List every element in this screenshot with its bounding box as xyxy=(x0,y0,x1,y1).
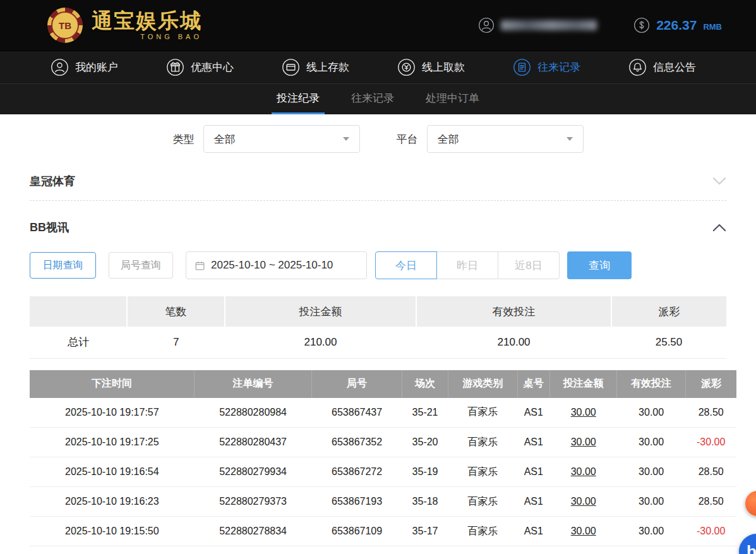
bet-amount-link[interactable]: 30.00 xyxy=(550,457,617,487)
bet-time: 2025-10-10 19:16:23 xyxy=(30,487,195,517)
query-controls: 日期查询 局号查询 2025-10-10 ~ 2025-10-10 今日 昨日 … xyxy=(30,251,726,279)
session: 35-20 xyxy=(402,428,448,457)
nav-item-announcements[interactable]: 信息公告 xyxy=(628,58,696,76)
valid-bet: 30.00 xyxy=(617,428,686,457)
account-user[interactable] xyxy=(478,17,597,33)
bet-amount-link[interactable]: 30.00 xyxy=(550,398,617,428)
section-title-crown-sports: 皇冠体育 xyxy=(30,174,75,189)
table-no: AS1 xyxy=(517,517,549,546)
platform-filter-label: 平台 xyxy=(397,132,418,147)
table-no: AS1 xyxy=(517,428,549,457)
user-icon xyxy=(51,58,69,76)
chevron-up-icon[interactable] xyxy=(712,224,726,232)
nav-item-label: 我的账户 xyxy=(75,60,118,75)
table-row: 2025-10-10 19:16:23 522880279373 6538671… xyxy=(30,487,736,517)
filter-platform-group: 平台 全部 xyxy=(397,125,584,153)
valid-bet: 30.00 xyxy=(617,457,686,487)
summary-payout-value: 25.50 xyxy=(611,327,726,358)
tab-transaction-records[interactable]: 往来记录 xyxy=(350,84,395,114)
nav-item-records[interactable]: 往来记录 xyxy=(513,58,580,76)
nav-item-withdraw[interactable]: 线上取款 xyxy=(397,58,465,76)
tab-betting-records[interactable]: 投注纪录 xyxy=(275,84,321,114)
bet-records-table: 下注时间 注单编号 局号 场次 游戏类别 桌号 投注金额 有效投注 派彩 202… xyxy=(30,370,736,547)
session: 35-17 xyxy=(402,517,448,546)
main-nav: 我的账户 优惠中心 线上存款 线上取款 往来记录 信息公告 xyxy=(0,51,756,83)
section-crown-sports[interactable]: 皇冠体育 xyxy=(30,162,726,201)
round-no: 653867352 xyxy=(311,428,402,457)
date-query-button[interactable]: 日期查询 xyxy=(30,252,96,279)
nav-item-deposit[interactable]: 线上存款 xyxy=(282,58,349,76)
brand-subtitle: TONG BAO xyxy=(92,33,202,40)
last-8-days-button[interactable]: 近8日 xyxy=(498,251,560,279)
date-range-input[interactable]: 2025-10-10 ~ 2025-10-10 xyxy=(186,251,367,279)
bet-id: 522880279934 xyxy=(195,457,312,487)
game-type: 百家乐 xyxy=(448,428,517,457)
col-bet-time: 下注时间 xyxy=(30,370,195,398)
sub-tab-bar: 投注纪录 往来记录 处理中订单 xyxy=(0,83,756,114)
summary-bet-value: 210.00 xyxy=(225,327,416,358)
bet-amount-link[interactable]: 30.00 xyxy=(550,487,617,517)
valid-bet: 30.00 xyxy=(617,398,686,428)
bell-icon xyxy=(628,58,647,76)
type-filter-label: 类型 xyxy=(173,132,195,147)
brand-logo: TB 通宝娱乐城 TONG BAO xyxy=(47,8,202,43)
search-button[interactable]: 查询 xyxy=(567,251,632,279)
bet-time: 2025-10-10 19:16:54 xyxy=(30,457,195,487)
chevron-down-icon xyxy=(343,137,349,141)
nav-item-my-account[interactable]: 我的账户 xyxy=(51,58,118,76)
bet-amount-link[interactable]: 30.00 xyxy=(550,428,617,457)
yesterday-button[interactable]: 昨日 xyxy=(436,251,498,279)
browser-float-button[interactable]: b xyxy=(739,534,756,554)
nav-item-label: 优惠中心 xyxy=(191,60,234,75)
nav-item-promotions[interactable]: 优惠中心 xyxy=(166,58,234,76)
customer-service-float-button[interactable] xyxy=(745,491,756,516)
payout: 28.50 xyxy=(685,487,736,517)
chevron-down-icon xyxy=(567,137,573,141)
bet-id: 522880280984 xyxy=(195,398,312,428)
platform-select-value: 全部 xyxy=(438,132,459,147)
top-right: 226.37 RMB xyxy=(478,17,722,33)
round-query-button[interactable]: 局号查询 xyxy=(109,252,173,279)
payout: -30.00 xyxy=(685,517,736,546)
section-bb-video[interactable]: BB视讯 xyxy=(30,207,726,248)
bet-amount-link[interactable]: 30.00 xyxy=(550,517,617,546)
today-button[interactable]: 今日 xyxy=(375,251,437,279)
round-no: 653867109 xyxy=(311,517,402,546)
nav-item-label: 线上存款 xyxy=(306,60,349,75)
game-type: 百家乐 xyxy=(448,487,517,517)
table-row: 2025-10-10 19:15:50 522880278834 6538671… xyxy=(30,517,736,546)
payout: 28.50 xyxy=(685,398,736,428)
chevron-down-icon[interactable] xyxy=(712,177,726,185)
platform-select[interactable]: 全部 xyxy=(427,125,584,153)
col-round: 局号 xyxy=(311,370,402,398)
username-redacted xyxy=(501,20,597,30)
payout: 28.50 xyxy=(685,457,736,487)
summary-table-wrap: 笔数 投注金额 有效投注 派彩 总计 7 210.00 210.00 25.50 xyxy=(30,296,726,359)
valid-bet: 30.00 xyxy=(617,517,686,546)
tab-processing-orders[interactable]: 处理中订单 xyxy=(424,84,481,114)
dollar-icon xyxy=(633,17,650,33)
account-balance[interactable]: 226.37 RMB xyxy=(633,17,722,33)
table-no: AS1 xyxy=(517,398,549,428)
filter-row: 类型 全部 平台 全部 xyxy=(0,114,756,153)
col-valid-bet: 有效投注 xyxy=(617,370,686,398)
withdraw-coin-icon xyxy=(397,58,416,76)
summary-header-bet: 投注金额 xyxy=(225,296,416,327)
detail-header-row: 下注时间 注单编号 局号 场次 游戏类别 桌号 投注金额 有效投注 派彩 xyxy=(30,370,736,398)
nav-item-label: 信息公告 xyxy=(653,60,696,75)
user-avatar-icon xyxy=(478,17,495,33)
col-table-no: 桌号 xyxy=(517,370,549,398)
top-bar: TB 通宝娱乐城 TONG BAO xyxy=(0,0,756,51)
type-select[interactable]: 全部 xyxy=(203,125,360,153)
summary-header-row: 笔数 投注金额 有效投注 派彩 xyxy=(30,296,726,327)
summary-header-valid: 有效投注 xyxy=(416,296,611,327)
bet-time: 2025-10-10 19:15:50 xyxy=(30,517,195,546)
detail-table-wrap: 下注时间 注单编号 局号 场次 游戏类别 桌号 投注金额 有效投注 派彩 202… xyxy=(30,370,736,547)
col-game-type: 游戏类别 xyxy=(448,370,517,398)
table-row: 2025-10-10 19:17:25 522880280437 6538673… xyxy=(30,428,736,457)
records-document-icon xyxy=(513,58,531,76)
gift-icon xyxy=(166,58,184,76)
summary-total-row: 总计 7 210.00 210.00 25.50 xyxy=(30,327,726,358)
date-range-value: 2025-10-10 ~ 2025-10-10 xyxy=(211,259,333,272)
payout: -30.00 xyxy=(685,428,736,457)
